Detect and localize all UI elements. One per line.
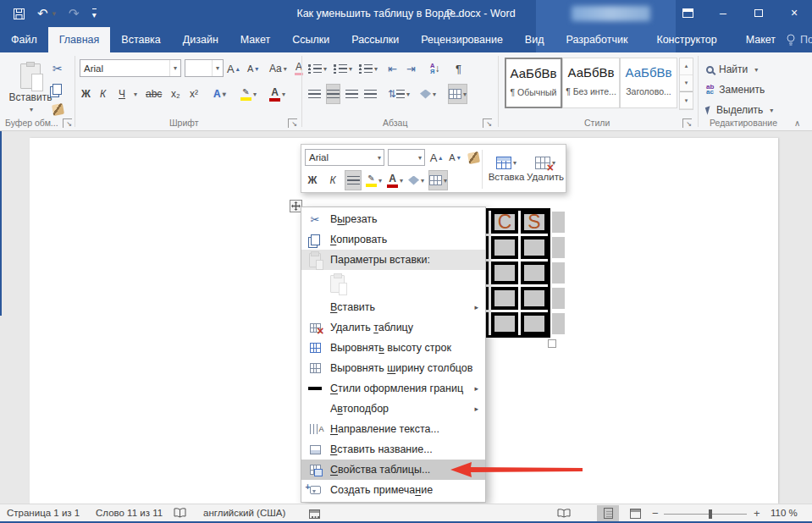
styles-scroll-up-button[interactable]: ▴ xyxy=(680,58,693,75)
mini-format-painter-button[interactable] xyxy=(466,148,481,167)
menu-item-delete-table[interactable]: Удалить таблицу xyxy=(301,317,485,338)
underline-dropdown-icon[interactable]: ▾ xyxy=(134,85,137,103)
align-right-button[interactable] xyxy=(345,85,358,103)
table-cell[interactable]: C xyxy=(491,211,518,234)
collapse-ribbon-button[interactable]: ∧ xyxy=(794,113,800,132)
menu-item-cut[interactable]: ✂ Вырезать xyxy=(301,209,485,229)
shrink-font-button[interactable]: A▾ xyxy=(247,59,258,78)
menu-item-insert[interactable]: Вставить ▸ xyxy=(301,297,485,317)
show-paragraph-marks-button[interactable]: ¶ xyxy=(456,59,461,78)
multilevel-list-button[interactable]: ▾ xyxy=(359,59,378,78)
mini-font-name-combo[interactable]: Arial▾ xyxy=(305,149,384,166)
mini-highlight-button[interactable]: ✎▾ xyxy=(366,171,382,190)
undo-dropdown-icon[interactable]: ▾ xyxy=(52,9,57,18)
paragraph-dialog-launcher[interactable]: ↘ xyxy=(483,118,492,128)
tell-me-button[interactable]: Помощн xyxy=(787,34,812,46)
table-cell[interactable] xyxy=(521,236,548,259)
font-dialog-launcher[interactable]: ↘ xyxy=(288,118,297,128)
subscript-button[interactable]: x₂ xyxy=(171,85,180,103)
tab-design[interactable]: Дизайн xyxy=(172,27,229,52)
text-effects-button[interactable]: А▾ xyxy=(213,85,226,103)
table-cell[interactable] xyxy=(491,312,518,335)
justify-button[interactable] xyxy=(364,85,377,103)
tab-view[interactable]: Вид xyxy=(514,27,555,52)
clipboard-dialog-launcher[interactable]: ↘ xyxy=(63,118,72,128)
table-cell[interactable] xyxy=(491,262,518,284)
bold-button[interactable]: Ж xyxy=(81,85,91,103)
customize-qat-button[interactable]: ▾ xyxy=(92,8,97,19)
style-no-spacing[interactable]: АаБбВв ¶ Без инте... xyxy=(562,58,620,108)
zoom-slider[interactable] xyxy=(664,514,747,515)
tab-home[interactable]: Главная xyxy=(48,27,111,52)
italic-button[interactable]: К xyxy=(100,85,106,103)
borders-button[interactable]: ▾ xyxy=(449,85,467,103)
styles-scroll-down-button[interactable]: ▾ xyxy=(680,75,693,92)
ribbon-display-options-button[interactable] xyxy=(670,0,705,25)
replace-button[interactable]: abac Заменить xyxy=(706,81,765,98)
superscript-button[interactable]: x² xyxy=(190,85,198,103)
proofing-icon[interactable] xyxy=(174,508,186,520)
menu-item-text-direction[interactable]: Направление текста... xyxy=(301,419,485,439)
text-highlight-button[interactable]: ✎▾ xyxy=(240,85,257,103)
zoom-level[interactable]: 110 % xyxy=(771,508,798,518)
strikethrough-button[interactable]: abc xyxy=(146,85,162,103)
read-mode-button[interactable] xyxy=(553,505,575,521)
change-case-button[interactable]: Aa▾ xyxy=(269,59,287,78)
tab-references[interactable]: Ссылки xyxy=(281,27,340,52)
font-name-combo[interactable]: Arial ▾ xyxy=(80,59,181,77)
table-cell[interactable] xyxy=(521,262,548,284)
table-cell[interactable] xyxy=(491,287,518,310)
mini-delete-table-button[interactable]: ▾ Удалить xyxy=(525,148,566,190)
tab-mailings[interactable]: Рассылки xyxy=(340,27,410,52)
maximize-button[interactable] xyxy=(741,0,776,25)
tab-developer[interactable]: Разработчик xyxy=(555,27,638,52)
table-resize-handle[interactable] xyxy=(548,339,556,348)
menu-item-insert-caption[interactable]: Вставить название... xyxy=(301,439,485,460)
copy-button[interactable] xyxy=(52,80,62,98)
mini-font-size-combo[interactable]: ▾ xyxy=(388,149,425,166)
font-size-combo[interactable]: ▾ xyxy=(185,59,224,77)
increase-indent-button[interactable]: ⇥ xyxy=(406,59,416,78)
zoom-in-button[interactable]: + xyxy=(754,507,760,520)
sort-button[interactable]: АЯ↓ xyxy=(430,59,439,78)
select-button[interactable]: Выделить ▾ xyxy=(706,102,773,118)
mini-insert-table-button[interactable]: ▾ Вставка xyxy=(486,148,527,190)
styles-more-button[interactable]: ▾ xyxy=(680,91,693,109)
decrease-indent-button[interactable]: ⇤ xyxy=(388,59,397,78)
numbering-button[interactable]: ▾ xyxy=(334,59,352,78)
menu-item-paste-option-keep-formatting[interactable] xyxy=(301,270,485,297)
print-layout-button[interactable] xyxy=(597,505,619,521)
menu-item-border-styles[interactable]: Стили оформления границ ▸ xyxy=(301,378,485,399)
styles-dialog-launcher[interactable]: ↘ xyxy=(682,118,692,128)
menu-item-autofit[interactable]: Автоподбор ▸ xyxy=(301,399,485,419)
word-count-indicator[interactable]: Слово 11 из 11 xyxy=(96,508,163,518)
table-cell[interactable] xyxy=(521,287,548,310)
menu-item-new-comment[interactable]: Создать примечание xyxy=(301,480,485,500)
web-layout-button[interactable] xyxy=(624,505,646,521)
menu-item-copy[interactable]: Копировать xyxy=(301,229,485,250)
menu-item-distribute-rows[interactable]: Выровнять высоту строк xyxy=(301,338,485,358)
align-left-button[interactable] xyxy=(308,85,321,103)
mini-borders-button[interactable]: ▾ xyxy=(429,171,447,190)
bullets-button[interactable]: ▾ xyxy=(308,59,327,78)
language-indicator[interactable]: английский (США) xyxy=(203,508,285,518)
close-button[interactable]: × xyxy=(776,0,812,25)
tab-table-design[interactable]: Конструктор xyxy=(645,27,727,52)
mini-grow-font-button[interactable]: A▴ xyxy=(428,148,444,167)
minimize-button[interactable]: – xyxy=(705,0,741,25)
table-cell[interactable] xyxy=(491,236,518,259)
table-cell[interactable]: S xyxy=(521,211,548,234)
tab-table-layout[interactable]: Макет xyxy=(735,27,787,52)
underline-button[interactable]: Ч xyxy=(119,85,125,103)
mini-shrink-font-button[interactable]: A▾ xyxy=(447,148,462,167)
zoom-slider-thumb[interactable] xyxy=(709,509,712,519)
macro-recording-icon[interactable] xyxy=(309,509,320,520)
mini-shading-button[interactable]: ▾ xyxy=(408,171,424,190)
style-normal[interactable]: АаБбВв ¶ Обычный xyxy=(505,58,562,108)
align-center-button[interactable] xyxy=(327,85,340,103)
line-spacing-button[interactable]: ⇅▾ xyxy=(388,85,410,103)
paste-button[interactable]: Вставить ▾ xyxy=(7,58,54,118)
undo-button[interactable]: ↶ xyxy=(37,6,48,21)
mini-align-button[interactable] xyxy=(345,171,361,190)
grow-font-button[interactable]: A▴ xyxy=(227,59,240,78)
